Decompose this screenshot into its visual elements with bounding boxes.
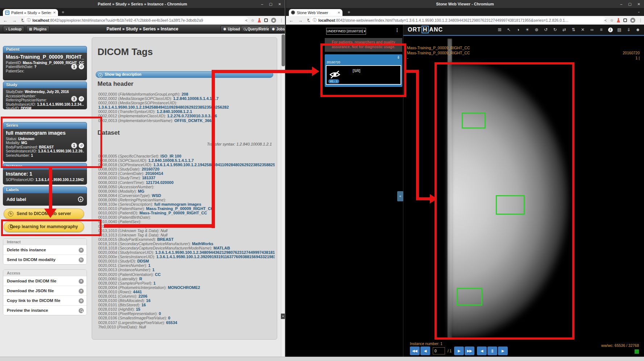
minimize-icon[interactable]: – bbox=[620, 2, 623, 6]
tab-stone-web-viewer[interactable]: Stone Web Viewer ✕ bbox=[289, 9, 342, 16]
download-the-dicom-file-row[interactable]: Download the DICOM file▾ bbox=[3, 276, 87, 286]
series-thumbnail-card[interactable]: 20160720 ⇓ [SR] #1 - 1 bbox=[325, 54, 402, 87]
pause-button[interactable]: || bbox=[487, 347, 497, 355]
refresh-icon[interactable]: ↺ bbox=[79, 143, 84, 148]
send-to-dicom-modality-row[interactable]: Send to DICOM modality↻ bbox=[3, 255, 87, 264]
send-to-dicomweb-button[interactable]: ↻ Send to DICOMweb server bbox=[4, 209, 84, 219]
back-icon[interactable]: ← bbox=[3, 18, 8, 23]
sr-thumbnail[interactable]: [SR] #1 - 1 bbox=[326, 65, 401, 85]
study-card[interactable]: StudyDate: Wednesday, July 20, 2016Acces… bbox=[3, 88, 87, 109]
image-viewport[interactable]: Mass-Training_P_00009_RIGHT_CCMass-Train… bbox=[403, 35, 644, 361]
url-field[interactable]: ⓘ localhost:8042/stone-webviewer/index.h… bbox=[310, 17, 606, 24]
dicom-tag-row: 7fe0,0010 (PixelData): Null bbox=[98, 325, 275, 329]
tab-close-icon[interactable]: ✕ bbox=[337, 11, 340, 14]
panel-menu-icon[interactable]: ⋮ bbox=[395, 28, 399, 33]
upload-button[interactable]: ✱Upload bbox=[220, 26, 243, 32]
next-frame-button[interactable]: ▶ bbox=[454, 347, 464, 355]
patient-card[interactable]: Mass-Training_P_00009_RIGHT_… PatientID:… bbox=[3, 53, 87, 80]
series-sidebar: UNDEFINED [20160720] ▾ ⋮ For patients, r… bbox=[286, 25, 403, 361]
bookmark-star-icon[interactable]: ☆ bbox=[610, 18, 614, 23]
dicom-tag-row: 0002,0000 (FileMetaInformationGroupLengt… bbox=[98, 92, 275, 96]
tab-search-caret-icon[interactable]: ⌄ bbox=[637, 9, 640, 13]
link-series-icon[interactable]: ∞ bbox=[590, 27, 595, 32]
chrome-menu-icon[interactable]: ⋮ bbox=[279, 18, 283, 23]
add-label-button[interactable]: Add label + bbox=[3, 193, 87, 206]
study-dropdown[interactable]: UNDEFINED [20160720] ▾ bbox=[326, 28, 366, 35]
flip-vertical-icon[interactable]: ⇅ bbox=[571, 27, 576, 32]
pointer-icon[interactable]: ↖ bbox=[506, 27, 511, 32]
search-icon bbox=[244, 28, 246, 30]
dicom-tag-row: 0010,0020 (PatientID): Mass-Training_P_0… bbox=[98, 211, 275, 215]
overlay-line: 1 | bbox=[623, 55, 640, 60]
scroll-down-icon[interactable]: ▼ bbox=[281, 314, 285, 319]
forward-icon[interactable]: → bbox=[298, 18, 303, 23]
profile-avatar[interactable]: ☻ bbox=[630, 18, 635, 23]
refresh-icon[interactable]: ↺ bbox=[79, 64, 84, 70]
info-icon[interactable]: i bbox=[608, 28, 613, 32]
redo-icon[interactable]: ↻ bbox=[553, 27, 558, 32]
share-icon[interactable]: < bbox=[604, 18, 607, 22]
instance-card[interactable]: Instance: 1 SOPInstanceUID: 1.3.6.1.4.1.… bbox=[3, 170, 87, 185]
access-group: Access Download the DICOM file▾Download … bbox=[3, 269, 87, 315]
dicom-tag-row: 0013,1013 (Unknown Tag & Data): Null bbox=[98, 233, 275, 237]
back-icon[interactable]: ← bbox=[289, 18, 294, 23]
layout-grid-icon[interactable]: ⊞ bbox=[497, 27, 502, 32]
close-icon[interactable]: ✕ bbox=[278, 2, 281, 6]
chrome-menu-icon[interactable]: ⋮ bbox=[639, 18, 643, 23]
maximize-icon[interactable]: ▢ bbox=[269, 2, 272, 6]
dicom-tag-row: 0020,0020 (PatientOrientation): CC bbox=[98, 272, 275, 277]
series-card[interactable]: full mammogram images Status: UnknownMod… bbox=[3, 129, 87, 162]
tab-orthanc-explorer[interactable]: H Patient » Study » Series » ✕ bbox=[3, 9, 58, 16]
first-frame-button[interactable]: ◀◀ bbox=[410, 347, 420, 355]
play-button[interactable]: ▶ bbox=[498, 347, 508, 355]
extension-square-icon[interactable] bbox=[264, 18, 268, 22]
settings-lines-icon[interactable]: ≡ bbox=[599, 27, 604, 32]
profile-avatar[interactable]: ☻ bbox=[271, 18, 276, 23]
windowing-contrast-icon[interactable]: ◑ bbox=[516, 27, 521, 32]
orthanc-explorer-window: Patient » Study » Series » Instance - Ch… bbox=[0, 0, 285, 361]
show-tag-description-toggle[interactable]: ✓Show tag description bbox=[96, 71, 273, 78]
collapse-panel-button[interactable]: « bbox=[397, 191, 403, 201]
close-icon[interactable]: ✕ bbox=[637, 2, 640, 6]
dicom-tag-row: 0002,0010 (TransferSyntaxUID): 1.2.840.1… bbox=[98, 109, 275, 114]
undo-icon[interactable]: ↺ bbox=[543, 27, 548, 32]
forward-icon[interactable]: → bbox=[12, 18, 17, 23]
new-tab-button[interactable]: + bbox=[348, 9, 350, 15]
site-info-icon[interactable]: ⓘ bbox=[27, 18, 31, 23]
flip-horizontal-icon[interactable]: ⇄ bbox=[562, 27, 567, 32]
measure-icon[interactable]: ✕ bbox=[580, 27, 585, 32]
last-frame-button[interactable]: ▶▶ bbox=[465, 347, 474, 355]
dicom-tag-row: 0020,000e (SeriesInstanceUID): 1.3.6.1.4… bbox=[98, 255, 275, 259]
print-icon[interactable]: ▤ bbox=[617, 27, 622, 32]
scrollbar[interactable] bbox=[281, 34, 285, 361]
extension-flask-icon[interactable] bbox=[617, 18, 620, 22]
url-field[interactable]: ⓘ localhost:8042/app/explorer.html#insta… bbox=[24, 17, 249, 24]
previous-frame-button[interactable]: ◀ bbox=[420, 347, 430, 355]
tab-close-icon[interactable]: ✕ bbox=[53, 11, 56, 14]
download-the-json-file-row[interactable]: Download the JSON file▾ bbox=[3, 286, 87, 295]
refresh-icon[interactable]: ↺ bbox=[79, 96, 84, 102]
copy-link-to-the-dicom-file-row[interactable]: Copy link to the DICOM file⊙ bbox=[3, 295, 87, 305]
jobs-button[interactable]: ✱Jobs bbox=[269, 26, 285, 32]
brightness-icon[interactable]: ☀ bbox=[525, 27, 530, 32]
plus-icon[interactable]: + bbox=[78, 197, 83, 202]
frame-number-input[interactable] bbox=[433, 347, 445, 354]
magnify-icon[interactable]: ⊕ bbox=[534, 27, 539, 32]
new-tab-button[interactable]: + bbox=[62, 9, 65, 15]
site-info-icon[interactable]: ⓘ bbox=[313, 18, 317, 23]
delete-this-instance-row[interactable]: Delete this instance✕ bbox=[3, 245, 87, 255]
play-reverse-button[interactable]: ◀ bbox=[477, 347, 487, 355]
bookmark-star-icon[interactable]: ☆ bbox=[251, 18, 254, 23]
maximize-icon[interactable]: ▢ bbox=[628, 2, 631, 6]
scrollbar-thumb[interactable] bbox=[282, 34, 285, 66]
deep-learning-mammography-button[interactable]: Deep learning for mammography bbox=[4, 222, 84, 232]
preview-the-instance-row[interactable]: Preview the instance bbox=[3, 305, 87, 315]
download-icon[interactable]: ⇓ bbox=[397, 55, 400, 60]
extension-square-icon[interactable] bbox=[623, 18, 627, 22]
minimize-icon[interactable]: – bbox=[261, 2, 263, 6]
download-icon[interactable]: ⇓ bbox=[626, 27, 631, 32]
share-icon[interactable]: < bbox=[245, 18, 248, 22]
extension-flask-icon[interactable] bbox=[258, 18, 261, 22]
attribute-line: StudyID: DDSM bbox=[6, 106, 84, 111]
user-icon[interactable]: ☻ bbox=[635, 27, 640, 32]
